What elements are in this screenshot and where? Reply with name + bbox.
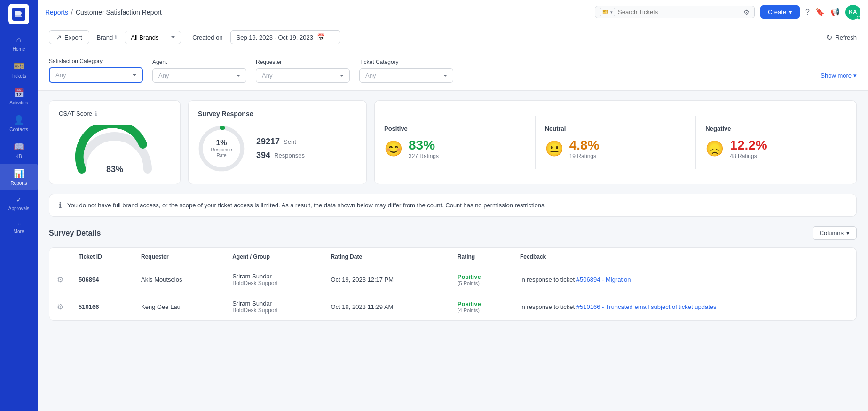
created-on-label: Created on — [192, 34, 222, 41]
refresh-label: Refresh — [835, 34, 857, 41]
responses-label: Responses — [274, 152, 305, 159]
sidebar-item-home-label: Home — [13, 47, 25, 52]
search-area[interactable]: 🎫 ▾ ⚙ — [595, 6, 755, 18]
metrics-section: CSAT Score ℹ 83% Survey Response — [38, 91, 868, 194]
positive-label: Positive — [384, 125, 526, 132]
row-ticket-id: 510166 — [71, 293, 134, 321]
show-more-chevron-icon: ▾ — [853, 72, 857, 79]
survey-details-header: Survey Details Columns ▾ — [49, 226, 857, 240]
date-range-value: Sep 19, 2023 - Oct 19, 2023 — [237, 34, 313, 41]
feedback-link[interactable]: #506894 - Migration — [576, 276, 631, 283]
survey-response-card: Survey Response 1% ResponseRate — [188, 100, 367, 184]
ticket-category-select[interactable]: Any — [359, 68, 453, 83]
ticket-category-filter: Ticket Category Any — [359, 59, 453, 83]
row-requester: Keng Gee Lau — [134, 293, 225, 321]
search-mode-icon: 🎫 ▾ — [600, 8, 615, 16]
table-header-row: Ticket ID Requester Agent / Group Rating… — [49, 248, 856, 266]
satisfaction-category-filter: Satisfaction Category Any — [49, 58, 143, 83]
row-rating: Positive (5 Points) — [450, 266, 513, 293]
row-agent-group: Sriram Sundar BoldDesk Support — [225, 266, 323, 293]
row-rating-date: Oct 19, 2023 12:17 PM — [323, 266, 450, 293]
agent-select[interactable]: Any — [152, 68, 246, 83]
satisfaction-category-select[interactable]: Any — [49, 67, 143, 83]
action-bar: ↗ Export Brand ℹ All Brands Created on S… — [38, 24, 868, 50]
more-icon: ··· — [15, 221, 23, 227]
sidebar-item-approvals-label: Approvals — [8, 206, 29, 211]
positive-content: 😊 83% 327 Ratings — [384, 138, 526, 159]
survey-response-content: 1% ResponseRate 29217 Sent 394 Responses — [198, 125, 357, 172]
columns-chevron-icon: ▾ — [846, 229, 850, 237]
approvals-icon: ✓ — [16, 195, 22, 204]
sidebar-item-tickets[interactable]: 🎫 Tickets — [0, 56, 38, 83]
sidebar: ⌂ Home 🎫 Tickets 📅 Activities 👤 Contacts… — [0, 0, 38, 411]
sent-label: Sent — [284, 138, 296, 145]
sidebar-item-contacts-label: Contacts — [9, 127, 28, 132]
sidebar-item-activities-label: Activities — [9, 100, 28, 105]
negative-content: 😞 12.2% 48 Ratings — [705, 138, 847, 159]
csat-title: CSAT Score ℹ — [59, 110, 171, 117]
refresh-button[interactable]: ↻ Refresh — [826, 33, 857, 42]
export-button[interactable]: ↗ Export — [49, 30, 89, 44]
avatar-initials: KA — [849, 9, 857, 16]
create-chevron-icon: ▾ — [789, 8, 792, 16]
survey-stats: 29217 Sent 394 Responses — [256, 137, 305, 160]
app-logo[interactable] — [8, 4, 29, 24]
calendar-icon: 📅 — [317, 33, 325, 41]
show-more-button[interactable]: Show more ▾ — [821, 72, 857, 83]
neutral-pct: 4.8% — [569, 138, 600, 153]
donut-label: 1% ResponseRate — [211, 139, 232, 158]
row-agent-group: Sriram Sundar BoldDesk Support — [225, 293, 323, 321]
sent-count: 29217 — [256, 137, 280, 147]
warning-info-icon: ℹ — [59, 201, 62, 210]
response-rate-pct: 1% — [211, 139, 232, 147]
bookmark-icon[interactable]: 🔖 — [815, 8, 825, 16]
sidebar-item-more[interactable]: ··· More — [0, 216, 38, 239]
create-button[interactable]: Create ▾ — [760, 5, 800, 19]
sidebar-item-kb[interactable]: 📖 KB — [0, 137, 38, 164]
refresh-icon: ↻ — [826, 33, 832, 42]
row-rating: Positive (4 Points) — [450, 293, 513, 321]
survey-response-title: Survey Response — [198, 110, 357, 118]
sidebar-item-approvals[interactable]: ✓ Approvals — [0, 190, 38, 216]
sidebar-item-activities[interactable]: 📅 Activities — [0, 83, 38, 110]
feedback-link[interactable]: #510166 - Truncated email subject of tic… — [576, 303, 717, 310]
csat-info-icon: ℹ — [95, 111, 97, 117]
notification-icon[interactable]: 📢 — [830, 8, 840, 16]
positive-sentiment: Positive 😊 83% 327 Ratings — [375, 116, 536, 169]
home-icon: ⌂ — [16, 35, 22, 45]
row-requester: Akis Moutselos — [134, 266, 225, 293]
sidebar-item-reports[interactable]: 📊 Reports — [0, 164, 38, 190]
date-range-picker[interactable]: Sep 19, 2023 - Oct 19, 2023 📅 — [230, 30, 340, 44]
satisfaction-category-label: Satisfaction Category — [49, 58, 143, 64]
col-header-ticket-id: Ticket ID — [71, 248, 134, 266]
row-action-icon[interactable]: ⚙ — [49, 293, 71, 321]
col-header-rating: Rating — [450, 248, 513, 266]
negative-pct: 12.2% — [730, 138, 767, 153]
sidebar-item-contacts[interactable]: 👤 Contacts — [0, 110, 38, 137]
col-header-rating-date: Rating Date — [323, 248, 450, 266]
negative-label: Negative — [705, 125, 847, 132]
filter-icon[interactable]: ⚙ — [743, 8, 750, 16]
dropdown-chevron-icon: ▾ — [610, 10, 613, 15]
brand-select[interactable]: All Brands — [125, 31, 181, 44]
warning-banner: ℹ You do not have full brand access, or … — [49, 194, 857, 217]
brand-label: Brand ℹ — [97, 34, 118, 41]
breadcrumb-reports-link[interactable]: Reports — [45, 8, 68, 16]
activities-icon: 📅 — [14, 88, 24, 98]
avatar-online-dot — [857, 16, 860, 20]
help-icon[interactable]: ? — [805, 8, 810, 16]
search-input[interactable] — [618, 8, 741, 16]
avatar[interactable]: KA — [845, 5, 860, 20]
sidebar-item-home[interactable]: ⌂ Home — [0, 30, 38, 56]
survey-details-table-container: Ticket ID Requester Agent / Group Rating… — [49, 247, 857, 321]
columns-button[interactable]: Columns ▾ — [813, 226, 857, 240]
reports-icon: 📊 — [14, 168, 24, 179]
responses-count: 394 — [256, 150, 270, 160]
row-feedback: In response to ticket #506894 - Migratio… — [513, 266, 856, 293]
agent-label: Agent — [152, 59, 246, 65]
row-action-icon[interactable]: ⚙ — [49, 266, 71, 293]
requester-select[interactable]: Any — [256, 68, 350, 83]
neutral-ratings: 19 Ratings — [569, 153, 600, 159]
response-rate-label: ResponseRate — [211, 147, 232, 158]
requester-label: Requester — [256, 59, 350, 65]
